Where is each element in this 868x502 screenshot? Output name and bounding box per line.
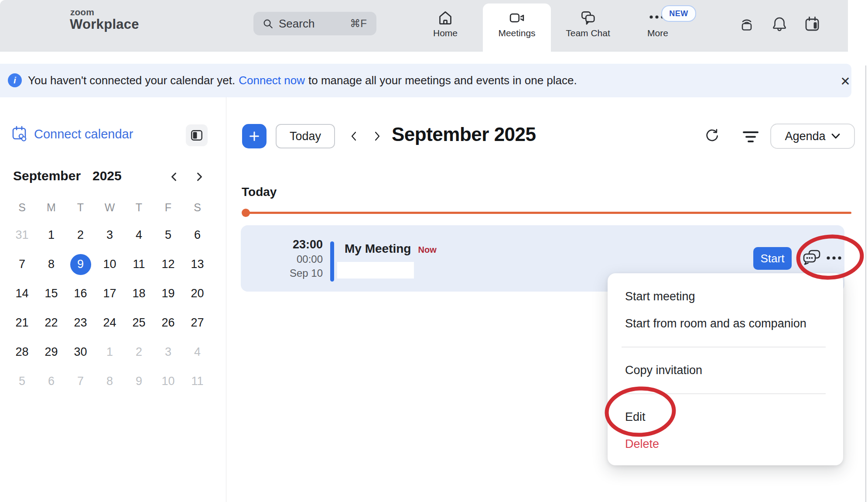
mini-cal-day[interactable]: 10 — [154, 367, 183, 396]
meeting-context-menu: Start meeting Start from room and as com… — [608, 273, 843, 465]
mini-cal-day[interactable]: 18 — [124, 279, 154, 308]
menu-item-start-from-room[interactable]: Start from room and as companion — [608, 310, 843, 337]
mini-cal-day-number: 25 — [132, 316, 145, 330]
mini-cal-day[interactable]: 26 — [154, 308, 183, 337]
mini-cal-day[interactable]: 1 — [37, 220, 66, 250]
tab-more-label: More — [637, 28, 679, 38]
mini-cal-day[interactable]: 2 — [66, 220, 95, 250]
connect-calendar-link[interactable]: Connect calendar — [11, 125, 133, 143]
meeting-more-icon[interactable] — [825, 255, 843, 261]
mini-cal-day[interactable]: 16 — [66, 279, 95, 308]
mini-cal-day[interactable]: 29 — [37, 337, 66, 367]
mini-cal-day-number: 31 — [15, 228, 28, 242]
share-to-room-icon[interactable] — [738, 15, 756, 34]
mini-cal-day[interactable]: 22 — [37, 308, 66, 337]
notifications-bell-icon[interactable] — [770, 15, 789, 34]
mini-cal-day-number: 2 — [77, 228, 84, 242]
mini-cal-day[interactable]: 17 — [95, 279, 124, 308]
mini-cal-day-header: W — [95, 198, 124, 217]
mini-cal-day[interactable]: 8 — [37, 250, 66, 279]
prev-period-icon[interactable] — [349, 130, 359, 142]
mini-cal-day[interactable]: 2 — [124, 337, 154, 367]
mini-cal-day-number: 30 — [74, 345, 87, 359]
zoom-workplace-window: zoom Workplace Search ⌘F Home Meetings — [0, 0, 868, 502]
mini-cal-day-number: 24 — [103, 316, 116, 330]
mini-cal-day-selected[interactable]: 9 — [66, 250, 95, 279]
mini-cal-day[interactable]: 10 — [95, 250, 124, 279]
brand-workplace: Workplace — [70, 17, 139, 32]
mini-cal-day[interactable]: 5 — [7, 367, 37, 396]
mini-cal-day[interactable]: 23 — [66, 308, 95, 337]
tab-meetings[interactable]: Meetings — [483, 0, 551, 51]
mini-cal-day[interactable]: 28 — [7, 337, 37, 367]
mini-calendar-grid: 3112345678910111213141516171819202122232… — [7, 220, 212, 396]
new-badge: NEW — [661, 5, 696, 22]
chevron-down-icon — [831, 133, 841, 140]
mini-cal-day-number: 7 — [77, 375, 84, 388]
start-meeting-button[interactable]: Start — [753, 247, 792, 270]
mini-cal-day[interactable]: 4 — [124, 220, 154, 250]
mini-cal-day[interactable]: 11 — [183, 367, 212, 396]
connect-now-link[interactable]: Connect now — [239, 74, 305, 87]
new-meeting-button[interactable] — [242, 124, 267, 148]
mini-cal-day-number: 19 — [161, 287, 174, 300]
mini-cal-day[interactable]: 27 — [183, 308, 212, 337]
mini-cal-day[interactable]: 15 — [37, 279, 66, 308]
home-icon — [437, 10, 454, 26]
mini-cal-day-number: 16 — [74, 287, 87, 300]
mini-cal-day[interactable]: 13 — [183, 250, 212, 279]
mini-cal-day-header: T — [66, 198, 95, 217]
info-icon: i — [8, 73, 22, 87]
search-shortcut: ⌘F — [350, 17, 367, 30]
mini-cal-day[interactable]: 9 — [124, 367, 154, 396]
mini-cal-day[interactable]: 3 — [154, 337, 183, 367]
chat-bubble-icon[interactable] — [802, 249, 822, 269]
mini-cal-day[interactable]: 24 — [95, 308, 124, 337]
mini-cal-day[interactable]: 6 — [37, 367, 66, 396]
mini-cal-day[interactable]: 31 — [7, 220, 37, 250]
mini-cal-day[interactable]: 5 — [154, 220, 183, 250]
menu-item-delete[interactable]: Delete — [608, 430, 843, 457]
mini-cal-day[interactable]: 8 — [95, 367, 124, 396]
search-icon — [262, 18, 273, 29]
menu-item-start-meeting[interactable]: Start meeting — [608, 283, 843, 310]
mini-cal-day[interactable]: 11 — [124, 250, 154, 279]
mini-cal-day[interactable]: 3 — [95, 220, 124, 250]
menu-item-edit[interactable]: Edit — [608, 403, 843, 430]
mini-cal-day[interactable]: 21 — [7, 308, 37, 337]
search-input[interactable]: Search ⌘F — [253, 12, 376, 35]
mini-cal-day[interactable]: 30 — [66, 337, 95, 367]
connect-calendar-banner: i You haven't connected your calendar ye… — [0, 64, 851, 97]
mini-cal-day[interactable]: 6 — [183, 220, 212, 250]
filter-icon[interactable] — [742, 131, 760, 144]
mini-cal-next-icon[interactable] — [193, 171, 205, 183]
mini-cal-day[interactable]: 14 — [7, 279, 37, 308]
mini-cal-day[interactable]: 20 — [183, 279, 212, 308]
tab-team-chat[interactable]: Team Chat — [557, 0, 619, 51]
connect-calendar-label: Connect calendar — [34, 127, 133, 141]
calendar-icon[interactable] — [803, 15, 821, 34]
mini-cal-month: September — [13, 168, 81, 183]
banner-close-icon[interactable]: ✕ — [837, 72, 854, 90]
mini-cal-day[interactable]: 7 — [7, 250, 37, 279]
refresh-icon[interactable] — [704, 128, 721, 145]
mini-cal-day[interactable]: 1 — [95, 337, 124, 367]
mini-cal-day[interactable]: 19 — [154, 279, 183, 308]
view-selector-button[interactable]: Agenda — [770, 124, 855, 149]
toggle-sidebar-button[interactable] — [186, 124, 208, 146]
mini-cal-day-number: 6 — [48, 375, 55, 388]
mini-cal-day-number: 10 — [161, 375, 174, 388]
mini-cal-day[interactable]: 25 — [124, 308, 154, 337]
mini-cal-day[interactable]: 12 — [154, 250, 183, 279]
mini-cal-day-number: 18 — [132, 287, 145, 300]
today-button[interactable]: Today — [276, 124, 335, 148]
mini-cal-day-number: 13 — [191, 258, 204, 271]
next-period-icon[interactable] — [372, 130, 382, 142]
mini-cal-prev-icon[interactable] — [168, 171, 180, 183]
mini-cal-day[interactable]: 7 — [66, 367, 95, 396]
mini-cal-year: 2025 — [92, 168, 122, 183]
mini-cal-day[interactable]: 4 — [183, 337, 212, 367]
mini-cal-day-number: 15 — [44, 287, 58, 300]
menu-item-copy-invitation[interactable]: Copy invitation — [608, 357, 843, 384]
tab-home[interactable]: Home — [425, 0, 465, 51]
